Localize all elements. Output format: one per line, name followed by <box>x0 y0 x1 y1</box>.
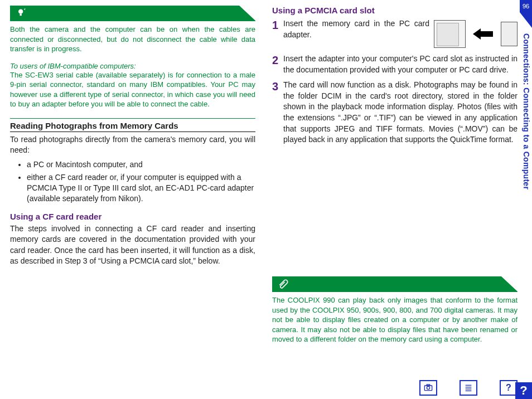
arrow-left-icon <box>473 28 481 40</box>
nav-contents-button[interactable] <box>460 380 477 396</box>
step-1: 1 Insert the memory card in the PC card … <box>272 18 518 49</box>
page-number: 96 <box>520 0 532 12</box>
corner-triangle-icon <box>520 12 532 28</box>
question-icon: ? <box>506 383 511 393</box>
reading-heading: Reading Photographs from Memory Cards <box>10 118 255 132</box>
step-text: Insert the adapter into your computer's … <box>283 53 518 75</box>
svg-point-0 <box>18 9 23 14</box>
pcmcia-heading: Using a PCMCIA card slot <box>272 6 518 15</box>
camera-icon <box>423 383 433 392</box>
step-number: 1 <box>272 18 283 49</box>
lightbulb-icon <box>16 8 27 19</box>
step-text: Insert the memory card in the PC card ad… <box>283 18 434 49</box>
step-3: 3 The card will now function as a disk. … <box>272 80 518 145</box>
list-item: a PC or Macintosh computer, and <box>27 159 255 170</box>
section-side-label: Connections: Connecting to a Computer <box>522 33 531 189</box>
step-text: The card will now function as a disk. Ph… <box>283 80 518 145</box>
step-2: 2 Insert the adapter into your computer'… <box>272 53 518 75</box>
left-column: Both the camera and the computer can be … <box>10 6 255 373</box>
question-icon: ? <box>520 383 527 398</box>
cf-heading: Using a CF card reader <box>10 212 255 221</box>
svg-point-3 <box>427 386 429 389</box>
tip-text: Both the camera and the computer can be … <box>10 25 255 54</box>
note-text: The COOLPIX 990 can play back only image… <box>272 295 518 344</box>
memory-card-icon <box>501 22 518 46</box>
step-number: 3 <box>272 80 283 145</box>
ibm-body: The SC-EW3 serial cable (available separ… <box>10 70 255 109</box>
cf-body: The steps involved in connecting a CF ca… <box>10 223 255 267</box>
paperclip-icon <box>278 279 289 290</box>
bottom-nav: ? <box>419 380 518 396</box>
svg-rect-1 <box>20 14 22 16</box>
nav-camera-button[interactable] <box>419 380 437 396</box>
adapter-figure <box>434 18 518 49</box>
ibm-heading: To users of IBM-compatible computers: <box>10 62 255 70</box>
note-bar <box>272 276 518 292</box>
reading-intro: To read photographs directly from the ca… <box>10 134 255 156</box>
step-number: 2 <box>272 53 283 75</box>
list-item: either a CF card reader or, if your comp… <box>27 172 255 204</box>
pc-card-adapter-icon <box>434 20 466 48</box>
list-icon <box>463 383 473 392</box>
tip-bar <box>10 6 255 21</box>
right-column: Using a PCMCIA card slot 1 Insert the me… <box>272 6 518 373</box>
corner-help-button[interactable]: ? <box>515 382 532 399</box>
svg-rect-4 <box>427 385 429 386</box>
requirements-list: a PC or Macintosh computer, and either a… <box>27 159 255 204</box>
